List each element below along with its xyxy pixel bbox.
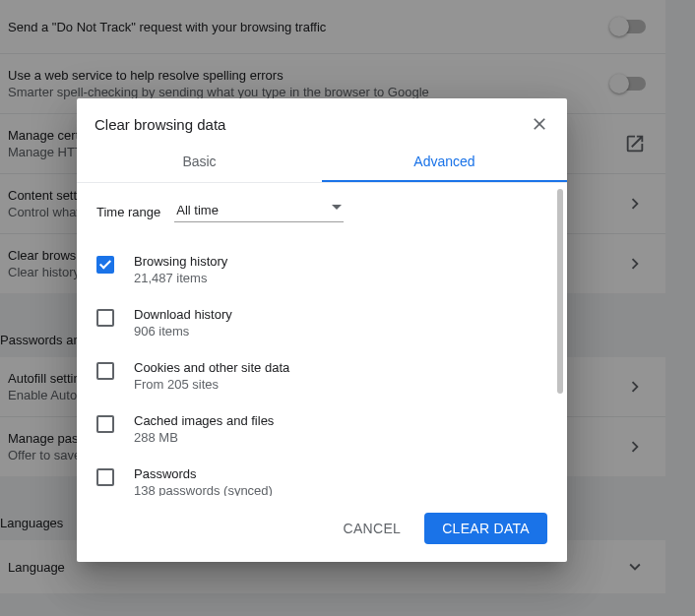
option-subtitle: 906 items [134, 324, 232, 339]
close-icon[interactable] [530, 114, 549, 134]
clear-data-option: Cookies and other site dataFrom 205 site… [96, 350, 539, 403]
tab-advanced[interactable]: Advanced [322, 142, 567, 182]
dialog-tabs: Basic Advanced [77, 142, 567, 183]
tab-basic[interactable]: Basic [77, 142, 322, 182]
time-range-select[interactable]: All time [174, 201, 344, 222]
clear-data-button[interactable]: CLEAR DATA [424, 513, 547, 544]
dialog-title: Clear browsing data [95, 116, 225, 133]
clear-data-option: Browsing history21,487 items [96, 244, 539, 297]
dialog-body: Time range All time Browsing history21,4… [77, 183, 567, 496]
option-subtitle: 288 MB [134, 430, 274, 445]
option-checkbox[interactable] [96, 468, 114, 486]
option-title: Cached images and files [134, 413, 274, 428]
dropdown-triangle-icon [332, 205, 342, 210]
option-checkbox[interactable] [96, 362, 114, 380]
option-checkbox[interactable] [96, 415, 114, 433]
dialog-actions: CANCEL CLEAR DATA [77, 496, 567, 562]
option-checkbox[interactable] [96, 256, 114, 274]
option-subtitle: From 205 sites [134, 377, 289, 392]
clear-data-option: Download history906 items [96, 297, 539, 350]
clear-data-option: Cached images and files288 MB [96, 403, 539, 457]
option-title: Passwords [134, 466, 273, 481]
option-title: Cookies and other site data [134, 360, 289, 375]
clear-browsing-data-dialog: Clear browsing data Basic Advanced Time … [77, 98, 567, 562]
time-range-value: All time [176, 203, 219, 217]
cancel-button[interactable]: CANCEL [334, 513, 411, 544]
option-title: Browsing history [134, 254, 227, 269]
time-range-label: Time range [96, 205, 160, 219]
clear-data-option: Passwords138 passwords (synced) [96, 457, 539, 496]
option-title: Download history [134, 307, 232, 322]
option-checkbox[interactable] [96, 309, 114, 327]
option-subtitle: 138 passwords (synced) [134, 483, 273, 496]
option-subtitle: 21,487 items [134, 271, 227, 285]
